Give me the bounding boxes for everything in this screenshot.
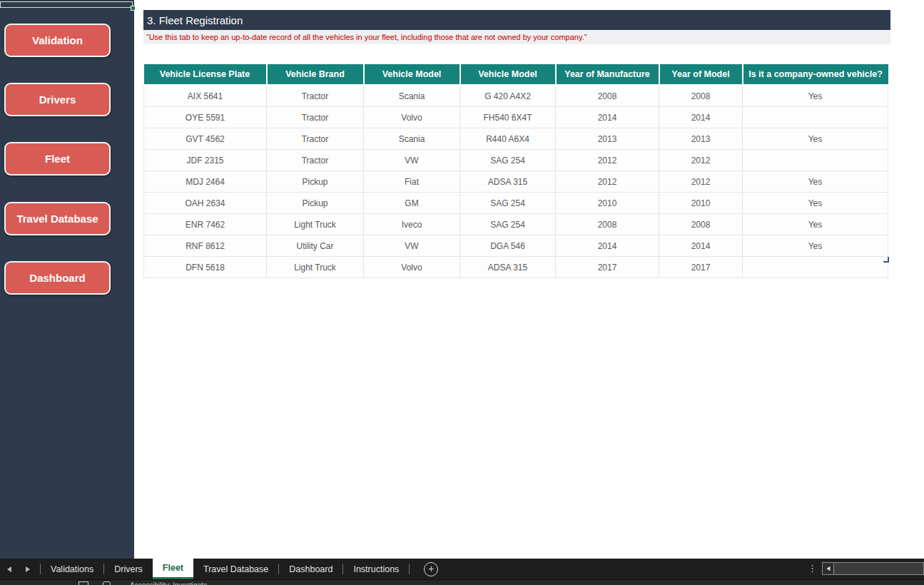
table-cell[interactable]: VW	[364, 150, 460, 171]
table-cell[interactable]: SAG 254	[460, 150, 556, 171]
table-row: GVT 4562TractorScaniaR440 A6X420132013Ye…	[144, 128, 888, 150]
table-cell[interactable]: GM	[364, 193, 460, 214]
sidebar-button-drivers[interactable]: Drivers	[4, 83, 111, 116]
table-cell[interactable]: DGA 546	[460, 235, 556, 257]
table-cell[interactable]: 2017	[556, 257, 659, 278]
table-header-row: Vehicle License PlateVehicle BrandVehicl…	[144, 64, 888, 85]
table-cell[interactable]	[743, 107, 888, 128]
scroll-left-icon	[826, 566, 830, 571]
table-resize-handle[interactable]	[883, 257, 889, 263]
table-cell[interactable]: Light Truck	[267, 257, 364, 278]
table-cell[interactable]: Utility Car	[267, 235, 364, 257]
table-cell[interactable]: 2008	[659, 214, 743, 235]
table-cell[interactable]: DFN 5618	[144, 257, 267, 278]
next-sheet-icon[interactable]	[26, 566, 30, 572]
table-cell[interactable]: 2014	[659, 235, 743, 257]
table-cell[interactable]: R440 A6X4	[460, 128, 556, 150]
table-row: JDF 2315TractorVWSAG 25420122012	[144, 150, 888, 171]
table-cell[interactable]: OAH 2634	[144, 193, 267, 214]
table-cell[interactable]: VW	[364, 235, 460, 257]
table-cell[interactable]: 2010	[556, 193, 659, 214]
table-cell[interactable]: Yes	[743, 128, 888, 150]
tab-drivers[interactable]: Drivers	[104, 559, 153, 579]
table-cell[interactable]: 2008	[556, 85, 659, 107]
table-cell[interactable]: 2013	[556, 128, 659, 150]
table-cell[interactable]: MDJ 2464	[144, 171, 267, 193]
new-sheet-button[interactable]: +	[424, 562, 438, 576]
sheet-tab-bar: ValidationsDriversFleetTravel DatabaseDa…	[0, 559, 924, 579]
table-cell[interactable]: 2012	[556, 171, 659, 193]
sidebar-button-label: Validation	[32, 34, 83, 46]
table-cell[interactable]: Yes	[743, 235, 888, 257]
table-cell[interactable]: Volvo	[364, 257, 460, 278]
sidebar-button-travel-database[interactable]: Travel Database	[4, 202, 111, 235]
table-cell[interactable]: ADSA 315	[460, 171, 556, 193]
table-cell[interactable]: Pickup	[267, 193, 364, 214]
column-header[interactable]: Vehicle License Plate	[144, 64, 267, 85]
table-cell[interactable]: 2012	[659, 171, 743, 193]
table-cell[interactable]: Scania	[364, 128, 460, 150]
column-header[interactable]: Year of Model	[659, 64, 743, 85]
table-cell[interactable]: ADSA 315	[460, 257, 556, 278]
column-header[interactable]: Vehicle Model	[364, 64, 460, 85]
scrollbar-track[interactable]	[834, 562, 924, 575]
table-cell[interactable]: Yes	[743, 85, 888, 107]
tab-travel-database[interactable]: Travel Database	[193, 559, 278, 579]
table-cell[interactable]: Yes	[743, 171, 888, 193]
table-cell[interactable]: AIX 5641	[144, 85, 267, 107]
table-cell[interactable]	[743, 150, 888, 171]
tab-instructions[interactable]: Instructions	[343, 559, 409, 579]
table-cell[interactable]: 2010	[659, 193, 743, 214]
table-cell[interactable]: Iveco	[364, 214, 460, 235]
table-cell[interactable]: Fiat	[364, 171, 460, 193]
table-cell[interactable]: GVT 4562	[144, 128, 267, 150]
table-cell[interactable]: FH540 6X4T	[460, 107, 556, 128]
sheet-nav	[0, 559, 40, 579]
table-cell[interactable]: 2008	[556, 214, 659, 235]
fill-handle[interactable]	[131, 6, 136, 11]
table-cell[interactable]: Yes	[743, 214, 888, 235]
sidebar-button-validation[interactable]: Validation	[4, 24, 111, 57]
column-header[interactable]: Vehicle Brand	[267, 64, 364, 85]
table-cell[interactable]: SAG 254	[460, 193, 556, 214]
table-cell[interactable]: 2013	[659, 128, 743, 150]
scroll-left-button[interactable]	[822, 562, 834, 575]
table-cell[interactable]: Tractor	[267, 128, 364, 150]
table-row: DFN 5618Light TruckVolvoADSA 31520172017	[144, 257, 888, 278]
column-header[interactable]: Year of Manufacture	[556, 64, 659, 85]
column-header[interactable]: Is it a company-owned vehicle?	[743, 64, 888, 85]
table-cell[interactable]: G 420 A4X2	[460, 85, 556, 107]
table-cell[interactable]: Light Truck	[267, 214, 364, 235]
sidebar-button-fleet[interactable]: Fleet	[4, 142, 111, 176]
table-cell[interactable]	[743, 257, 888, 278]
accessibility-status-text: Accessibility: Investigate	[130, 581, 207, 585]
table-cell[interactable]: ENR 7462	[144, 214, 267, 235]
table-cell[interactable]: Pickup	[267, 171, 364, 193]
table-cell[interactable]: RNF 8612	[144, 235, 267, 257]
sidebar-button-label: Travel Database	[16, 213, 98, 225]
tab-validations[interactable]: Validations	[41, 559, 103, 579]
table-cell[interactable]: Scania	[364, 85, 460, 107]
table-row: MDJ 2464PickupFiatADSA 31520122012Yes	[144, 171, 888, 193]
table-cell[interactable]: 2017	[659, 257, 743, 278]
column-header[interactable]: Vehicle Model	[460, 64, 556, 85]
table-cell[interactable]: Tractor	[267, 107, 364, 128]
table-cell[interactable]: Tractor	[267, 85, 364, 107]
table-cell[interactable]: Yes	[743, 193, 888, 214]
tab-dashboard[interactable]: Dashboard	[279, 559, 342, 579]
more-options-icon[interactable]: ⋮	[808, 563, 817, 574]
tab-fleet[interactable]: Fleet	[153, 559, 193, 579]
table-cell[interactable]: Tractor	[267, 150, 364, 171]
table-cell[interactable]: 2008	[659, 85, 743, 107]
table-cell[interactable]: 2014	[556, 235, 659, 257]
sidebar-button-dashboard[interactable]: Dashboard	[4, 261, 111, 295]
table-cell[interactable]: 2014	[659, 107, 743, 128]
table-cell[interactable]: 2014	[556, 107, 659, 128]
prev-sheet-icon[interactable]	[7, 566, 11, 572]
table-cell[interactable]: Volvo	[364, 107, 460, 128]
table-cell[interactable]: 2012	[556, 150, 659, 171]
table-cell[interactable]: SAG 254	[460, 214, 556, 235]
table-cell[interactable]: 2012	[659, 150, 743, 171]
table-cell[interactable]: OYE 5591	[144, 107, 267, 128]
table-cell[interactable]: JDF 2315	[144, 150, 267, 171]
